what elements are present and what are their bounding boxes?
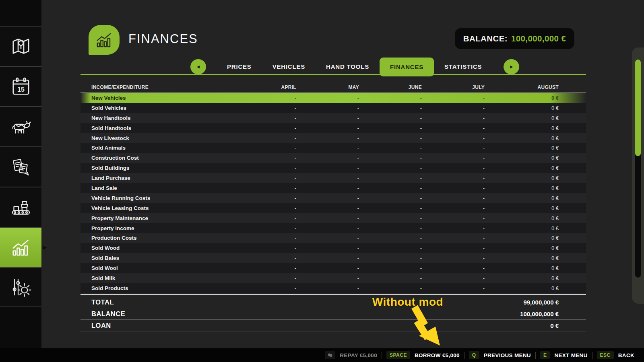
cow-icon bbox=[10, 115, 32, 138]
row-label: Land Sale bbox=[80, 185, 233, 191]
row-value: - bbox=[422, 135, 485, 141]
column-header: JUNE bbox=[359, 84, 422, 90]
table-row[interactable]: Property Maintenance----0 € bbox=[80, 213, 586, 223]
table-body: New Vehicles----0 €Sold Vehicles----0 €N… bbox=[80, 93, 586, 293]
main-panel: FINANCES BALANCE: 100,000,000 € ◄ PRICES… bbox=[41, 0, 644, 348]
sidebar-item-map[interactable] bbox=[0, 26, 41, 66]
hotkey-previous-menu[interactable]: QPREVIOUS MENU bbox=[469, 351, 531, 359]
row-value: 0 € bbox=[485, 225, 559, 231]
table-header: INCOME/EXPENDITURE APRIL MAY JUNE JULY A… bbox=[80, 82, 586, 92]
tab-underline bbox=[80, 74, 586, 75]
row-value: 0 € bbox=[485, 255, 559, 261]
sidebar-item-production[interactable] bbox=[0, 187, 41, 227]
table-row[interactable]: New Livestock----0 € bbox=[80, 133, 586, 143]
table-row[interactable]: Sold Vehicles----0 € bbox=[80, 103, 586, 113]
scrollbar-track[interactable] bbox=[635, 60, 641, 278]
row-value: - bbox=[233, 215, 296, 221]
scrollbar-thumb[interactable] bbox=[635, 60, 641, 156]
tabs-prev-button[interactable]: ◄ bbox=[190, 59, 206, 74]
finances-title-icon bbox=[89, 25, 120, 55]
table-row[interactable]: Production Costs----0 € bbox=[80, 233, 586, 243]
row-value: - bbox=[359, 275, 422, 281]
hotkey-repay[interactable]: ↹REPAY €5,000 bbox=[325, 351, 377, 359]
row-value: - bbox=[233, 245, 296, 251]
row-value: 0 € bbox=[485, 135, 559, 141]
tab-finances[interactable]: FINANCES bbox=[380, 58, 434, 76]
hotkey-borrow[interactable]: SPACEBORROW €5,000 bbox=[386, 351, 460, 359]
table-row[interactable]: Sold Buildings----0 € bbox=[80, 163, 586, 173]
table-row[interactable]: Land Sale----0 € bbox=[80, 183, 586, 193]
sidebar-item-animals[interactable] bbox=[0, 106, 41, 146]
row-value: - bbox=[233, 255, 296, 261]
row-label: New Vehicles bbox=[80, 95, 233, 101]
table-row[interactable]: Sold Milk----0 € bbox=[80, 273, 586, 283]
tab-statistics[interactable]: STATISTICS bbox=[434, 58, 492, 76]
table-row[interactable]: Land Purchase----0 € bbox=[80, 173, 586, 183]
sidebar-item-calendar[interactable]: 15 bbox=[0, 66, 41, 106]
page-title: FINANCES bbox=[128, 32, 198, 46]
row-value: - bbox=[359, 285, 422, 291]
column-header: AUGUST bbox=[485, 84, 559, 90]
row-label: Sold Vehicles bbox=[80, 105, 233, 111]
table-row[interactable]: Sold Wool----0 € bbox=[80, 263, 586, 273]
row-value: - bbox=[422, 185, 485, 191]
backspace-key-icon: ↹ bbox=[325, 351, 336, 359]
row-value: - bbox=[296, 265, 359, 271]
table-row[interactable]: Property Income----0 € bbox=[80, 223, 586, 233]
row-value: - bbox=[296, 135, 359, 141]
row-value: - bbox=[422, 225, 485, 231]
table-row[interactable]: Vehicle Running Costs----0 € bbox=[80, 193, 586, 203]
column-header: JULY bbox=[422, 84, 485, 90]
row-value: - bbox=[233, 275, 296, 281]
row-label: Property Maintenance bbox=[80, 215, 233, 221]
row-value: - bbox=[359, 155, 422, 161]
row-value: 0 € bbox=[485, 275, 559, 281]
hotkey-bar: ↹REPAY €5,000SPACEBORROW €5,000QPREVIOUS… bbox=[0, 348, 644, 362]
table-row[interactable]: Vehicle Leasing Costs----0 € bbox=[80, 203, 586, 213]
sidebar-item-finances[interactable]: ▶ bbox=[0, 227, 41, 267]
hotkey-label: BACK bbox=[618, 352, 634, 358]
row-value: 0 € bbox=[485, 175, 559, 181]
table-row[interactable]: Sold Products----0 € bbox=[80, 283, 586, 293]
tab-prices[interactable]: PRICES bbox=[217, 58, 262, 76]
row-value: - bbox=[233, 265, 296, 271]
sidebar-item-contracts[interactable] bbox=[0, 146, 41, 187]
table-row[interactable]: New Vehicles----0 € bbox=[80, 93, 586, 103]
tab-hand-tools[interactable]: HAND TOOLS bbox=[316, 58, 380, 76]
sidebar-item-settings[interactable] bbox=[0, 267, 41, 307]
hotkey-label: BORROW €5,000 bbox=[415, 352, 460, 358]
row-value: - bbox=[359, 125, 422, 131]
hotkey-separator bbox=[464, 352, 464, 359]
hotkey-back[interactable]: ESCBACK bbox=[597, 351, 634, 359]
contracts-icon bbox=[10, 156, 32, 178]
row-value: - bbox=[359, 255, 422, 261]
table-row[interactable]: Sold Bales----0 € bbox=[80, 253, 586, 263]
row-value: - bbox=[233, 145, 296, 151]
tab-vehicles[interactable]: VEHICLES bbox=[262, 58, 316, 76]
row-label: New Livestock bbox=[80, 135, 233, 141]
hotkey-separator bbox=[382, 352, 382, 359]
table-row[interactable]: Sold Handtools----0 € bbox=[80, 123, 586, 133]
table-row[interactable]: New Handtools----0 € bbox=[80, 113, 586, 123]
row-value: - bbox=[359, 135, 422, 141]
row-label: Land Purchase bbox=[80, 175, 233, 181]
row-value: - bbox=[296, 125, 359, 131]
row-value: - bbox=[422, 95, 485, 101]
table-row[interactable]: Sold Animals----0 € bbox=[80, 143, 586, 153]
row-value: 0 € bbox=[485, 235, 559, 241]
row-value: - bbox=[233, 195, 296, 201]
row-value: - bbox=[296, 255, 359, 261]
hotkey-next-menu[interactable]: ENEXT MENU bbox=[540, 351, 588, 359]
production-icon bbox=[10, 196, 32, 218]
row-value: - bbox=[296, 235, 359, 241]
hotkey-label: REPAY €5,000 bbox=[340, 352, 377, 358]
table-row[interactable]: Construction Cost----0 € bbox=[80, 153, 586, 163]
table-row[interactable]: Sold Wood----0 € bbox=[80, 243, 586, 253]
row-value: 0 € bbox=[485, 105, 559, 111]
summary-label: TOTAL bbox=[80, 298, 325, 306]
row-value: 0 € bbox=[485, 95, 559, 101]
tabs-next-button[interactable]: ► bbox=[504, 59, 519, 74]
header-divider bbox=[80, 92, 586, 93]
calendar-icon: 15 bbox=[10, 75, 32, 98]
row-value: - bbox=[233, 125, 296, 131]
